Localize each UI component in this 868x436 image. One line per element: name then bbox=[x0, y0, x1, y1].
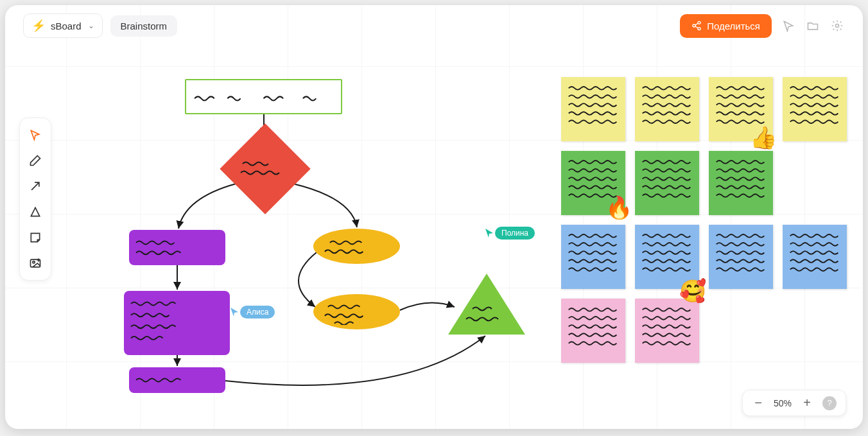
svg-point-2 bbox=[698, 28, 700, 30]
svg-line-3 bbox=[695, 23, 699, 25]
sticky-note[interactable] bbox=[635, 77, 699, 141]
logo-icon: ⚡ bbox=[31, 19, 46, 33]
sticky-note[interactable] bbox=[561, 77, 625, 141]
flowchart-process-3[interactable] bbox=[129, 367, 225, 393]
tool-note[interactable] bbox=[24, 226, 47, 249]
reaction-emoji: 🥰 bbox=[679, 278, 706, 304]
zoom-out-button[interactable]: − bbox=[752, 396, 765, 410]
sticky-note[interactable] bbox=[783, 77, 847, 141]
logo-menu[interactable]: ⚡ ssBoardBoard ⌄ bbox=[23, 13, 103, 38]
flowchart-ellipse-1[interactable] bbox=[313, 229, 400, 264]
sticky-note[interactable] bbox=[709, 151, 773, 215]
chevron-down-icon: ⌄ bbox=[88, 21, 94, 30]
settings-icon[interactable] bbox=[829, 18, 845, 33]
share-label: Поделиться bbox=[707, 21, 760, 31]
share-icon bbox=[691, 21, 702, 31]
flowchart-decision[interactable] bbox=[220, 123, 310, 214]
svg-point-5 bbox=[836, 24, 839, 28]
sticky-note[interactable] bbox=[709, 225, 773, 289]
flowchart-process-1[interactable] bbox=[129, 230, 225, 265]
remote-cursor: Алиса bbox=[230, 306, 275, 318]
tool-pen[interactable] bbox=[24, 149, 47, 172]
svg-line-6 bbox=[31, 182, 39, 190]
topbar: ⚡ ssBoardBoard ⌄ Brainstorm Поделиться bbox=[5, 5, 863, 46]
sticky-note[interactable] bbox=[635, 151, 699, 215]
svg-point-0 bbox=[698, 21, 700, 24]
svg-point-1 bbox=[693, 24, 695, 27]
flowchart-ellipse-2[interactable] bbox=[313, 294, 400, 329]
cursor-user-label: Алиса bbox=[240, 306, 275, 318]
cursor-user-label: Полина bbox=[495, 227, 535, 240]
board-title[interactable]: Brainstorm bbox=[110, 15, 178, 37]
remote-cursor: Полина bbox=[485, 227, 535, 240]
app-name: ssBoardBoard bbox=[51, 21, 82, 31]
reaction-emoji: 👍 bbox=[750, 125, 777, 150]
canvas[interactable]: 👍🔥🥰 АлисаПолина bbox=[5, 5, 863, 429]
tool-arrow[interactable] bbox=[24, 175, 47, 198]
connector-layer bbox=[5, 5, 863, 429]
tool-shape[interactable] bbox=[24, 200, 47, 223]
svg-point-8 bbox=[33, 261, 35, 263]
flowchart-start[interactable] bbox=[185, 79, 342, 114]
folder-icon[interactable] bbox=[805, 18, 820, 33]
sticky-note[interactable] bbox=[783, 225, 847, 289]
toolbar bbox=[19, 118, 51, 281]
reaction-emoji: 🔥 bbox=[605, 195, 632, 220]
tool-select[interactable] bbox=[24, 123, 47, 146]
svg-line-4 bbox=[695, 26, 699, 28]
sticky-note[interactable] bbox=[561, 225, 625, 289]
help-button[interactable]: ? bbox=[822, 396, 837, 410]
sticky-note[interactable] bbox=[635, 299, 699, 363]
flowchart-process-2[interactable] bbox=[124, 291, 230, 355]
tool-image[interactable] bbox=[24, 252, 47, 275]
share-button[interactable]: Поделиться bbox=[680, 14, 772, 38]
zoom-control: − 50% + ? bbox=[742, 390, 846, 416]
sticky-note[interactable] bbox=[561, 299, 625, 363]
cursor-mode-icon[interactable] bbox=[781, 18, 796, 33]
triangle-text bbox=[461, 297, 512, 329]
zoom-in-button[interactable]: + bbox=[801, 396, 813, 410]
zoom-value: 50% bbox=[774, 398, 792, 408]
